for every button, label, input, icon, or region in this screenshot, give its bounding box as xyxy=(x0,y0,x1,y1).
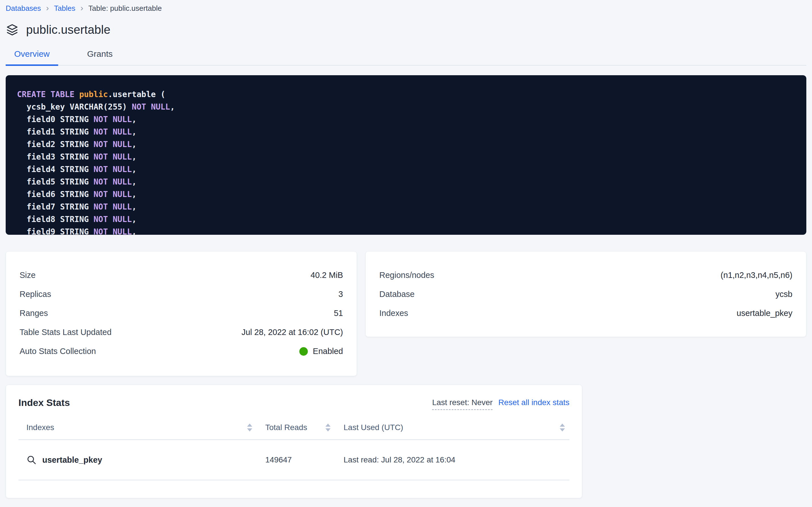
total-reads-cell: 149647 xyxy=(265,455,343,464)
sort-icon[interactable] xyxy=(560,424,565,432)
sql-line: field7 STRING NOT NULL, xyxy=(17,201,795,213)
search-icon xyxy=(26,455,37,465)
detail-value: 3 xyxy=(338,290,343,299)
status-dot-icon xyxy=(299,347,308,356)
sql-line: field4 STRING NOT NULL, xyxy=(17,163,795,176)
page-title: public.usertable xyxy=(26,23,110,37)
breadcrumb-item-table-public-usertable: Table: public.usertable xyxy=(88,4,162,13)
sql-line: field2 STRING NOT NULL, xyxy=(17,138,795,151)
last-used-value: Last read: Jul 28, 2022 at 16:04 xyxy=(343,455,455,464)
index-stats-card: Index Stats Last reset: Never Reset all … xyxy=(6,385,582,498)
detail-label: Ranges xyxy=(19,308,48,318)
breadcrumb-item-tables[interactable]: Tables xyxy=(54,4,75,13)
detail-label: Replicas xyxy=(19,290,51,299)
sql-code: CREATE TABLE public.usertable ( ycsb_key… xyxy=(17,88,795,235)
column-header-label[interactable]: Indexes xyxy=(26,423,54,432)
sort-icon[interactable] xyxy=(247,424,252,432)
index-name-cell: usertable_pkey xyxy=(18,455,265,465)
detail-label: Auto Stats Collection xyxy=(19,347,96,356)
detail-row: Size40.2 MiB xyxy=(19,266,343,285)
sql-line: field8 STRING NOT NULL, xyxy=(17,213,795,226)
sql-line: field5 STRING NOT NULL, xyxy=(17,176,795,188)
detail-value: 51 xyxy=(334,308,343,318)
sort-icon[interactable] xyxy=(325,424,330,432)
sql-line: CREATE TABLE public.usertable ( xyxy=(17,88,795,101)
detail-value: (n1,n2,n3,n4,n5,n6) xyxy=(721,271,793,280)
breadcrumb-separator-icon: › xyxy=(80,4,83,13)
sort-desc-icon xyxy=(560,428,565,432)
table-row: usertable_pkey149647Last read: Jul 28, 2… xyxy=(18,440,569,480)
table-details-page: Databases›Tables›Table: public.usertable… xyxy=(0,0,812,498)
tab-grants[interactable]: Grants xyxy=(79,49,121,66)
page-title-row: public.usertable xyxy=(6,23,806,37)
detail-label: Indexes xyxy=(379,308,408,318)
detail-value: Enabled xyxy=(299,347,343,356)
sort-asc-icon xyxy=(560,424,565,427)
index-table-body: usertable_pkey149647Last read: Jul 28, 2… xyxy=(18,440,569,480)
reset-index-stats-link[interactable]: Reset all index stats xyxy=(498,398,569,407)
create-statement-box: CREATE TABLE public.usertable ( ycsb_key… xyxy=(6,75,806,235)
sort-asc-icon xyxy=(247,424,252,427)
column-header-label[interactable]: Last Used (UTC) xyxy=(343,423,403,432)
sql-line: ycsb_key VARCHAR(255) NOT NULL, xyxy=(17,101,795,113)
index-table-header: IndexesTotal ReadsLast Used (UTC) xyxy=(18,420,569,440)
sort-desc-icon xyxy=(247,428,252,432)
last-used-cell: Last read: Jul 28, 2022 at 16:04 xyxy=(343,455,569,464)
table-info-card: Regions/nodes(n1,n2,n3,n4,n5,n6)Database… xyxy=(365,251,806,337)
column-header-indexes: Indexes xyxy=(18,423,265,432)
detail-row: Indexesusertable_pkey xyxy=(379,304,793,323)
breadcrumb-separator-icon: › xyxy=(46,4,49,13)
table-stats-card: Size40.2 MiBReplicas3Ranges51Table Stats… xyxy=(6,251,357,376)
detail-label: Size xyxy=(19,271,36,280)
detail-value: 40.2 MiB xyxy=(311,271,343,280)
tab-overview[interactable]: Overview xyxy=(6,49,58,66)
detail-cards-row: Size40.2 MiBReplicas3Ranges51Table Stats… xyxy=(6,251,806,376)
sql-line: field3 STRING NOT NULL, xyxy=(17,151,795,163)
sort-asc-icon xyxy=(325,424,330,427)
detail-row: Regions/nodes(n1,n2,n3,n4,n5,n6) xyxy=(379,266,793,285)
index-stats-table: IndexesTotal ReadsLast Used (UTC) userta… xyxy=(18,420,569,480)
column-header-label[interactable]: Total Reads xyxy=(265,423,307,432)
detail-row: Ranges51 xyxy=(19,304,343,323)
breadcrumb: Databases›Tables›Table: public.usertable xyxy=(6,4,806,13)
index-stats-title: Index Stats xyxy=(18,396,70,409)
detail-row: Table Stats Last UpdatedJul 28, 2022 at … xyxy=(19,323,343,342)
detail-label: Table Stats Last Updated xyxy=(19,328,112,337)
detail-value: usertable_pkey xyxy=(737,308,793,318)
tab-bar: OverviewGrants xyxy=(6,49,806,66)
table-layers-icon xyxy=(6,23,19,36)
index-stats-header: Index Stats Last reset: Never Reset all … xyxy=(18,396,569,410)
breadcrumb-item-databases[interactable]: Databases xyxy=(6,4,41,13)
detail-label: Database xyxy=(379,290,415,299)
detail-value: ycsb xyxy=(775,290,793,299)
index-name-link[interactable]: usertable_pkey xyxy=(42,455,102,465)
detail-value: Jul 28, 2022 at 16:02 (UTC) xyxy=(241,328,343,337)
sql-line: field9 STRING NOT NULL, xyxy=(17,226,795,235)
detail-row: Auto Stats CollectionEnabled xyxy=(19,342,343,361)
last-reset-label: Last reset: Never xyxy=(432,398,493,410)
sql-line: field0 STRING NOT NULL, xyxy=(17,113,795,126)
detail-label: Regions/nodes xyxy=(379,271,434,280)
column-header-total-reads: Total Reads xyxy=(265,423,343,432)
sort-desc-icon xyxy=(325,428,330,432)
sql-line: field6 STRING NOT NULL, xyxy=(17,188,795,201)
detail-row: Databaseycsb xyxy=(379,285,793,304)
sql-line: field1 STRING NOT NULL, xyxy=(17,126,795,138)
index-stats-actions: Last reset: Never Reset all index stats xyxy=(432,396,569,410)
column-header-last-used-utc-: Last Used (UTC) xyxy=(343,423,569,432)
detail-row: Replicas3 xyxy=(19,285,343,304)
total-reads-value: 149647 xyxy=(265,455,292,464)
